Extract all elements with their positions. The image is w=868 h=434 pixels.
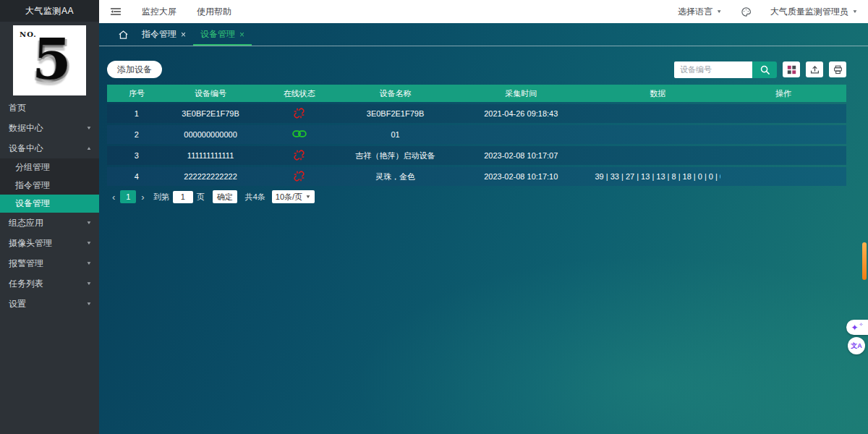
chevron-down-icon: ▼ <box>86 125 92 130</box>
prev-page-button[interactable]: ‹ <box>112 192 115 203</box>
tab-device-management[interactable]: 设备管理 × <box>193 23 252 46</box>
tab-bar: 指令管理 × 设备管理 × <box>99 23 868 46</box>
cell-device-name: 灵珠，金色 <box>344 171 447 182</box>
tab-label: 指令管理 <box>142 28 176 41</box>
tab-label: 设备管理 <box>200 28 235 41</box>
add-device-button[interactable]: 添加设备 <box>107 61 162 78</box>
tab-command-management[interactable]: 指令管理 × <box>135 23 193 46</box>
jump-label: 到第 <box>153 192 169 203</box>
logo-number: 5 <box>22 25 82 94</box>
column-header: 数据 <box>595 88 720 99</box>
export-icon <box>810 65 820 75</box>
language-select[interactable]: 选择语言 ▼ <box>678 6 722 18</box>
main-area: 监控大屏 使用帮助 选择语言 ▼ 大气质量监测管理员 ▼ <box>99 0 868 434</box>
translate-button[interactable]: 文A <box>848 337 865 354</box>
search-button[interactable] <box>752 61 777 78</box>
chevron-down-icon: ▼ <box>86 281 92 286</box>
chevron-down-icon: ▼ <box>716 9 722 14</box>
chevron-up-icon: ▲ <box>86 145 92 150</box>
scrollbar-thumb[interactable] <box>862 242 867 280</box>
cell-device-id: 000000000000 <box>166 130 255 139</box>
export-button[interactable] <box>806 61 823 77</box>
sidebar-item-group-management[interactable]: 分组管理 <box>0 158 99 176</box>
unlink-offline-icon <box>294 150 305 162</box>
sidebar-item-command-management[interactable]: 指令管理 <box>0 176 99 195</box>
table-header-row: 序号 设备编号 在线状态 设备名称 采集时间 数据 操作 <box>107 85 846 102</box>
next-page-button[interactable]: › <box>141 192 144 203</box>
search-input[interactable] <box>674 61 752 78</box>
sidebar-item-label: 首页 <box>9 102 92 114</box>
content-stage: 指令管理 × 设备管理 × 添加设备 <box>99 23 868 434</box>
sidebar-item-alarm-management[interactable]: 报警管理 ▼ <box>0 253 99 273</box>
close-icon[interactable]: × <box>239 30 244 39</box>
cell-online-status <box>255 108 344 120</box>
table-row[interactable]: 1 3E0BF2E1F79B <box>107 104 846 123</box>
menu-fold-icon[interactable] <box>110 7 122 17</box>
page-content: 添加设备 <box>99 46 868 203</box>
nav-monitor-screen[interactable]: 监控大屏 <box>142 6 176 18</box>
cell-index: 4 <box>107 172 166 181</box>
sidebar-item-label: 分组管理 <box>15 161 50 174</box>
app-window: 大气监测AA NO. 5 首页 数据中心 ▼ 设备中心 ▲ 分组管理 指令 <box>0 0 868 434</box>
cell-collect-time: 2021-04-26 09:18:43 <box>447 109 595 118</box>
cell-device-name: 吉祥（艳萍）启动设备 <box>344 150 447 161</box>
close-icon[interactable]: × <box>181 30 186 39</box>
column-header: 操作 <box>720 88 846 99</box>
app-title: 大气监测AA <box>0 0 99 22</box>
printer-icon <box>833 65 843 75</box>
cell-device-name: 3E0BF2E1F79B <box>344 109 447 118</box>
unlink-offline-icon <box>294 171 305 183</box>
sidebar-item-configuration-app[interactable]: 组态应用 ▼ <box>0 213 99 233</box>
cell-device-id: 222222222222 <box>166 172 255 181</box>
user-menu[interactable]: 大气质量监测管理员 ▼ <box>770 6 858 18</box>
page-unit-label: 页 <box>197 192 205 203</box>
cell-online-status <box>255 150 344 162</box>
sidebar-item-task-list[interactable]: 任务列表 ▼ <box>0 273 99 294</box>
sidebar-item-label: 报警管理 <box>9 258 86 270</box>
chevron-down-icon: ▼ <box>305 194 311 199</box>
tab-home[interactable] <box>112 23 135 46</box>
ai-assistant-button[interactable]: ✦✧ <box>846 320 868 335</box>
table-row[interactable]: 4 222222222222 <box>107 167 846 186</box>
language-label: 选择语言 <box>678 6 712 18</box>
page-size-value: 10条/页 <box>276 192 302 203</box>
cell-online-status <box>255 171 344 183</box>
confirm-button[interactable]: 确定 <box>213 190 237 203</box>
sidebar-item-home[interactable]: 首页 <box>0 98 99 118</box>
sidebar-item-camera-management[interactable]: 摄像头管理 ▼ <box>0 233 99 253</box>
device-center-submenu: 分组管理 指令管理 设备管理 <box>0 158 99 213</box>
sidebar-item-device-center[interactable]: 设备中心 ▲ <box>0 138 99 158</box>
page-jump-input[interactable] <box>173 191 193 203</box>
column-header: 在线状态 <box>255 88 344 99</box>
sidebar-item-data-center[interactable]: 数据中心 ▼ <box>0 118 99 138</box>
sidebar-item-label: 设置 <box>9 298 86 310</box>
translate-icon: 文A <box>851 341 862 351</box>
page-number-button[interactable]: 1 <box>120 190 136 203</box>
chevron-down-icon: ▼ <box>86 220 92 225</box>
sidebar-item-label: 设备管理 <box>15 197 50 210</box>
sidebar-menu: 首页 数据中心 ▼ 设备中心 ▲ 分组管理 指令管理 设备管理 <box>0 98 99 314</box>
columns-button[interactable] <box>783 61 800 77</box>
cell-collect-time: 2023-02-08 10:17:07 <box>447 151 595 160</box>
grid-columns-icon <box>787 65 796 75</box>
table-row[interactable]: 2 000000000000 <box>107 125 846 144</box>
cell-online-status <box>255 129 344 140</box>
nav-help[interactable]: 使用帮助 <box>197 6 231 18</box>
sidebar-item-device-management[interactable]: 设备管理 <box>0 195 99 213</box>
sparkle-small-icon: ✧ <box>859 322 864 328</box>
sidebar-item-label: 指令管理 <box>15 179 50 192</box>
cell-data: 39 | 33 | 27 | 13 | 13 | 8 | 18 | 0 | 0 … <box>595 172 720 181</box>
unlink-offline-icon <box>294 108 305 120</box>
sidebar-item-label: 任务列表 <box>9 278 86 290</box>
sidebar-item-settings[interactable]: 设置 ▼ <box>0 294 99 314</box>
theme-palette-icon[interactable] <box>741 7 752 17</box>
table-row[interactable]: 3 111111111111 <box>107 146 846 165</box>
page-size-select[interactable]: 10条/页 ▼ <box>272 190 315 203</box>
cell-device-id: 3E0BF2E1F79B <box>166 109 255 118</box>
sparkle-icon: ✦ <box>851 323 859 333</box>
print-button[interactable] <box>829 61 846 77</box>
sidebar-item-label: 设备中心 <box>9 142 86 155</box>
cell-index: 2 <box>107 130 166 139</box>
pagination: ‹ 1 › 到第 页 确定 共4条 10条/页 ▼ <box>107 190 846 203</box>
total-count-label: 共4条 <box>245 192 265 203</box>
